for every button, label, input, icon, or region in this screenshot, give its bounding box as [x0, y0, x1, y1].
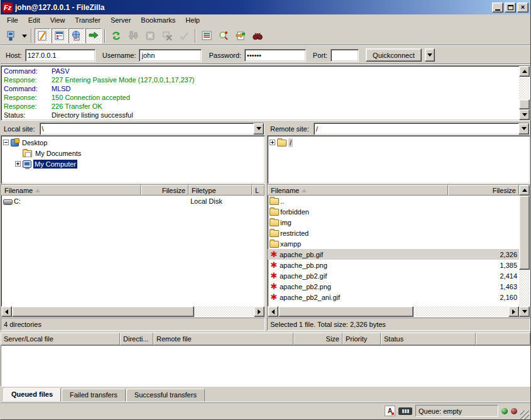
add-to-queue-button[interactable]	[125, 28, 141, 43]
toggle-remote-tree-button[interactable]	[68, 28, 85, 43]
file-size: 2,326	[500, 251, 517, 258]
collapse-icon[interactable]	[3, 140, 9, 145]
scroll-down-button[interactable]	[519, 109, 530, 120]
column-header-last-modified[interactable]: L	[252, 185, 265, 196]
local-list-hscrollbar[interactable]	[1, 306, 265, 317]
cancel-operation-button[interactable]	[142, 28, 158, 43]
site-manager-dropdown[interactable]	[20, 28, 28, 43]
scroll-left-button[interactable]	[1, 306, 12, 317]
folder-icon	[270, 219, 279, 226]
site-manager-button[interactable]	[3, 28, 19, 43]
column-header-server-local-file[interactable]: Server/Local file	[1, 333, 120, 345]
reconnect-button[interactable]	[176, 28, 192, 43]
host-input[interactable]	[25, 49, 96, 62]
menu-edit[interactable]: Edit	[23, 15, 45, 25]
column-header-filename[interactable]: Filename	[1, 185, 141, 196]
menu-bookmarks[interactable]: Bookmarks	[136, 15, 180, 25]
local-site-combo[interactable]: \	[40, 123, 265, 135]
site-manager-icon	[6, 30, 17, 41]
synchronized-browsing-button[interactable]	[249, 28, 266, 43]
quickconnect-dropdown[interactable]	[425, 48, 435, 62]
local-file-list: Filename Filesize Filetype L	[1, 184, 265, 318]
file-row[interactable]: ✱apache_pb2.png 1,463	[268, 281, 519, 292]
column-header-filetype[interactable]: Filetype	[189, 185, 252, 196]
tree-item-my-computer[interactable]: My Computer	[3, 158, 265, 169]
menu-file[interactable]: File	[2, 15, 23, 25]
column-label: Filesize	[493, 187, 516, 194]
menu-server[interactable]: Server	[106, 15, 136, 25]
scrollbar-thumb[interactable]	[519, 99, 530, 109]
log-label: Command:	[4, 67, 52, 75]
tab-failed-transfers[interactable]: Failed transfers	[62, 389, 126, 402]
file-row[interactable]: restricted	[268, 228, 519, 238]
file-search-button[interactable]	[216, 28, 232, 43]
remote-site-bar: Remote site: /	[267, 122, 530, 135]
log-text: 226 Transfer OK	[52, 102, 102, 111]
column-header-filesize[interactable]: Filesize	[448, 185, 519, 196]
minimize-button[interactable]	[492, 3, 503, 13]
toggle-transfer-queue-button[interactable]	[85, 28, 102, 43]
scrollbar-thumb[interactable]	[12, 306, 194, 317]
expand-icon[interactable]	[270, 140, 275, 145]
image-file-icon: ✱	[270, 250, 278, 258]
tab-queued-files[interactable]: Queued files	[3, 388, 61, 402]
file-row[interactable]: ✱apache_pb2_ani.gif 2,160	[268, 292, 519, 302]
column-header-direction[interactable]: Directi...	[120, 333, 153, 345]
file-row[interactable]: img	[268, 217, 519, 228]
tab-successful-transfers[interactable]: Successful transfers	[126, 389, 205, 402]
directory-filters-button[interactable]	[199, 28, 215, 43]
file-row[interactable]: forbidden	[268, 206, 519, 217]
file-row-c-drive[interactable]: C: Local Disk	[1, 196, 265, 206]
scrollbar-thumb[interactable]	[278, 306, 413, 317]
remote-list-hscrollbar[interactable]	[268, 306, 519, 317]
remote-list-vscrollbar[interactable]	[519, 185, 530, 317]
file-row-selected[interactable]: ✱apache_pb.gif 2,326	[268, 249, 519, 260]
column-header-status[interactable]: Status	[381, 333, 476, 345]
expand-icon[interactable]	[15, 161, 21, 167]
quickconnect-button[interactable]: Quickconnect	[366, 48, 422, 62]
scroll-left-button[interactable]	[268, 306, 278, 317]
password-input[interactable]	[244, 49, 306, 62]
toggle-local-tree-button[interactable]	[52, 28, 68, 43]
disconnect-icon	[161, 30, 173, 41]
scrollbar-thumb[interactable]	[519, 196, 530, 270]
menu-help[interactable]: Help	[180, 15, 205, 25]
remote-site-combo[interactable]: /	[314, 123, 530, 135]
local-status-bar: 4 directories	[1, 318, 265, 331]
column-header-remote-file[interactable]: Remote file	[153, 333, 293, 345]
column-header-size[interactable]: Size	[293, 333, 342, 345]
port-input[interactable]	[331, 49, 359, 62]
tree-item-desktop[interactable]: Desktop	[3, 137, 265, 148]
refresh-button[interactable]	[108, 28, 124, 43]
tree-item-root[interactable]: /	[270, 137, 530, 148]
disconnect-button[interactable]	[159, 28, 175, 43]
menu-view[interactable]: View	[45, 15, 70, 25]
column-header-filename[interactable]: Filename	[268, 185, 448, 196]
maximize-icon	[508, 5, 513, 10]
file-row[interactable]: ✱apache_pb.png 1,385	[268, 260, 519, 270]
tree-item-label: /	[288, 138, 293, 147]
resize-grip[interactable]	[520, 411, 529, 419]
local-site-combo-button[interactable]	[253, 123, 264, 135]
close-button[interactable]: ×	[517, 3, 528, 13]
column-header-filesize[interactable]: Filesize	[141, 185, 189, 196]
username-input[interactable]	[139, 49, 202, 62]
scroll-right-button[interactable]	[508, 306, 519, 317]
column-header-priority[interactable]: Priority	[342, 333, 381, 345]
scroll-up-button[interactable]	[519, 66, 530, 77]
toggle-message-log-button[interactable]	[35, 28, 51, 43]
scroll-right-button[interactable]	[254, 306, 265, 317]
file-row[interactable]: ✱apache_pb2.gif 2,414	[268, 270, 519, 281]
local-site-label: Local site:	[1, 125, 38, 133]
directory-comparison-button[interactable]	[233, 28, 249, 43]
remote-site-combo-button[interactable]	[518, 123, 529, 135]
log-scrollbar[interactable]	[519, 66, 530, 120]
scroll-down-button[interactable]	[519, 306, 530, 317]
titlebar: Fz john@127.0.0.1 - FileZilla ×	[1, 0, 530, 14]
menu-transfer[interactable]: Transfer	[70, 15, 106, 25]
file-row[interactable]: ..	[268, 196, 519, 206]
file-row[interactable]: xampp	[268, 238, 519, 249]
scroll-up-button[interactable]	[519, 185, 530, 196]
maximize-button[interactable]	[505, 3, 516, 13]
tree-item-my-documents[interactable]: My Documents	[3, 148, 265, 158]
